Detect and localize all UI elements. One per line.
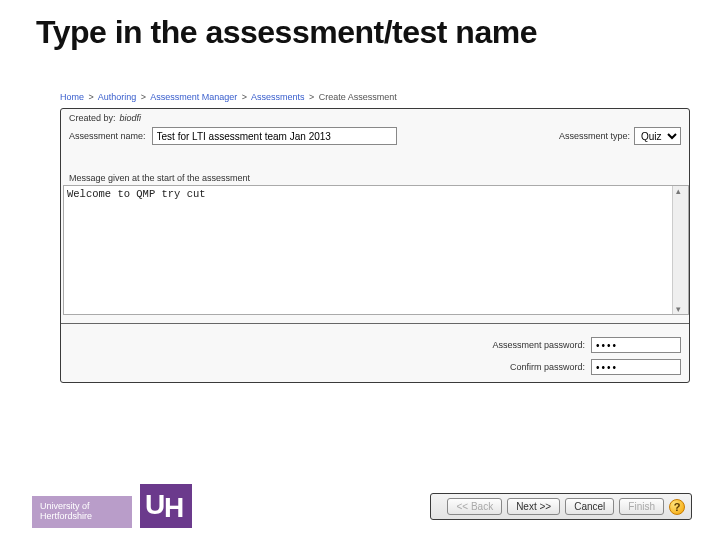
university-branding: University of Hertfordshire UH [32, 484, 192, 528]
breadcrumb-item-current: Create Assessment [319, 92, 397, 102]
back-button: << Back [447, 498, 502, 515]
breadcrumb: Home > Authoring > Assessment Manager > … [60, 90, 695, 108]
confirm-password-label: Confirm password: [510, 362, 585, 372]
breadcrumb-sep: > [87, 92, 96, 102]
assessment-name-row: Assessment name: Assessment type: Quiz [61, 125, 689, 153]
assessment-name-label: Assessment name: [69, 131, 146, 141]
assessment-type-select[interactable]: Quiz [634, 127, 681, 145]
slide-title: Type in the assessment/test name [0, 0, 720, 51]
scrollbar-vertical[interactable] [672, 186, 688, 314]
created-by-value: biodfi [120, 113, 142, 123]
assessment-password-label: Assessment password: [492, 340, 585, 350]
assessment-password-input[interactable] [591, 337, 681, 353]
app-screenshot-region: Home > Authoring > Assessment Manager > … [60, 90, 695, 383]
create-assessment-panel: Created by: biodfi Assessment name: Asse… [60, 108, 690, 383]
assessment-name-input[interactable] [152, 127, 397, 145]
breadcrumb-item[interactable]: Home [60, 92, 84, 102]
wizard-button-bar: << Back Next >> Cancel Finish ? [430, 493, 692, 520]
breadcrumb-sep: > [240, 92, 249, 102]
created-by-row: Created by: biodfi [61, 109, 689, 125]
start-message-label: Message given at the start of the assess… [61, 153, 689, 185]
assessment-type-label: Assessment type: [559, 131, 630, 141]
next-button[interactable]: Next >> [507, 498, 560, 515]
breadcrumb-item[interactable]: Assessment Manager [150, 92, 237, 102]
breadcrumb-item[interactable]: Authoring [98, 92, 137, 102]
breadcrumb-sep: > [307, 92, 316, 102]
start-message-input[interactable]: Welcome to QMP try cut [64, 186, 672, 312]
cancel-button[interactable]: Cancel [565, 498, 614, 515]
breadcrumb-item[interactable]: Assessments [251, 92, 305, 102]
created-by-label: Created by: [69, 113, 116, 123]
help-icon[interactable]: ? [669, 499, 685, 515]
assessment-password-row: Assessment password: [69, 334, 681, 356]
breadcrumb-sep: > [139, 92, 148, 102]
university-name-line2: Hertfordshire [40, 512, 114, 522]
confirm-password-input[interactable] [591, 359, 681, 375]
finish-button: Finish [619, 498, 664, 515]
university-name-block: University of Hertfordshire [32, 496, 132, 528]
confirm-password-row: Confirm password: [69, 356, 681, 378]
uh-logo-icon: UH [140, 484, 192, 528]
start-message-area: Welcome to QMP try cut [63, 185, 689, 315]
